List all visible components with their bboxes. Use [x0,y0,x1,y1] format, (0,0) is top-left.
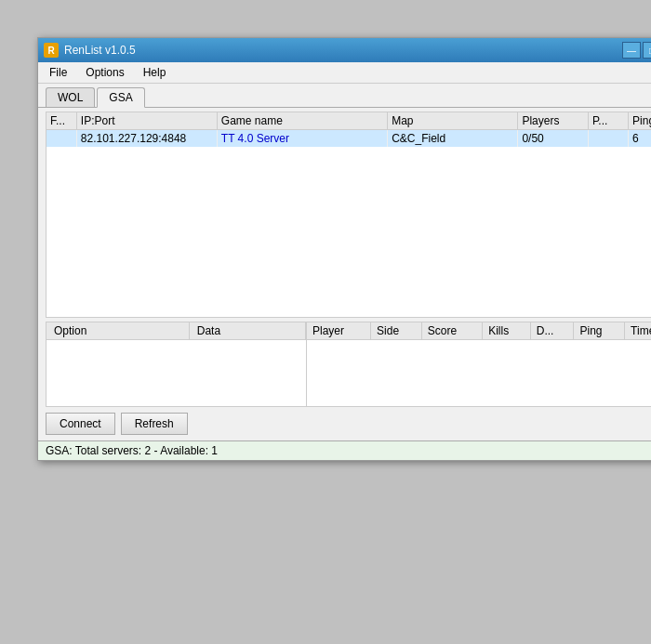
status-bar: GSA: Total servers: 2 - Available: 1 [38,440,651,460]
tab-bar: WOL GSA [38,84,651,108]
tab-gsa[interactable]: GSA [97,87,144,108]
app-icon: R [44,43,59,58]
col-players: Players [518,112,589,130]
col-gamename: Game name [217,112,387,130]
bottom-area: Option Data Player Side Score Kills D... [46,322,651,407]
menu-bar: File Options Help [38,62,651,84]
tab-wol[interactable]: WOL [46,87,95,107]
main-window: R RenList v1.0.5 — □ ✕ File Options Help… [37,37,651,461]
col-ip: IP:Port [76,112,217,130]
options-table: Option Data [46,322,306,340]
menu-options[interactable]: Options [78,64,131,81]
title-bar-left: R RenList v1.0.5 [44,43,136,58]
players-col-kills: Kills [483,322,531,340]
window-title: RenList v1.0.5 [64,44,136,57]
players-col-score: Score [421,322,482,340]
players-col-player: Player [307,322,371,340]
connect-button[interactable]: Connect [46,413,115,435]
menu-help[interactable]: Help [136,64,174,81]
cell-map: C&C_Field [388,130,518,148]
server-list-area: F... IP:Port Game name Map Players P... … [46,112,651,318]
col-map: Map [388,112,518,130]
cell-gamename: TT 4.0 Server [217,130,387,148]
col-ping: Ping [629,112,651,130]
cell-ping: 6 [629,130,651,148]
cell-fav [46,130,76,148]
server-table: F... IP:Port Game name Map Players P... … [46,112,651,147]
col-fav: F... [46,112,76,130]
players-pane: Player Side Score Kills D... Ping Time [307,322,651,406]
status-text: GSA: Total servers: 2 - Available: 1 [46,444,218,457]
players-table: Player Side Score Kills D... Ping Time [307,322,651,340]
cell-p [588,130,628,148]
maximize-button[interactable]: □ [643,42,651,59]
menu-file[interactable]: File [42,64,74,81]
options-col-data: Data [189,322,305,340]
server-list-scroll[interactable]: F... IP:Port Game name Map Players P... … [46,112,651,317]
table-row[interactable]: 82.101.227.129:4848 TT 4.0 Server C&C_Fi… [46,130,651,148]
options-col-option: Option [46,322,189,340]
title-buttons: — □ ✕ [622,42,651,59]
col-p: P... [588,112,628,130]
cell-ip: 82.101.227.129:4848 [76,130,217,148]
players-col-side: Side [371,322,422,340]
buttons-area: Connect Refresh [38,407,651,440]
players-col-time: Time [625,322,651,340]
cell-players: 0/50 [518,130,589,148]
refresh-button[interactable]: Refresh [121,413,188,435]
title-bar: R RenList v1.0.5 — □ ✕ [38,38,651,62]
minimize-button[interactable]: — [622,42,641,59]
players-col-ping: Ping [574,322,625,340]
options-pane: Option Data [46,322,307,406]
players-col-d: D... [530,322,574,340]
